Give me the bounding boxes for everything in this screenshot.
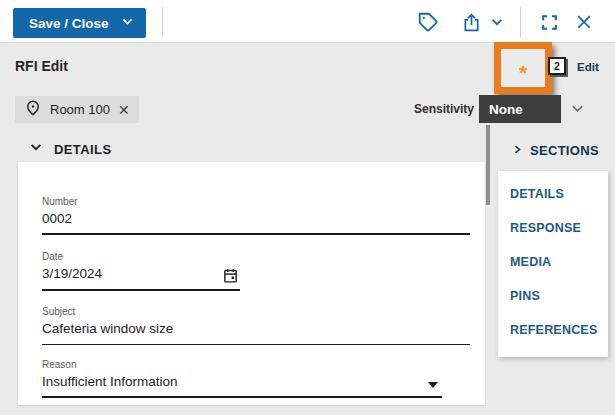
date-value[interactable]: 3/19/2024: [42, 266, 240, 281]
page-title: RFI Edit: [15, 58, 68, 74]
remove-chip-icon[interactable]: ✕: [118, 103, 130, 117]
location-chip-label: Room 100: [50, 102, 110, 117]
section-link-media[interactable]: MEDIA: [498, 245, 608, 279]
subject-label: Subject: [42, 306, 470, 317]
reason-underline: [42, 396, 442, 398]
sections-nav-card: DETAILS RESPONSE MEDIA PINS REFERENCES: [498, 171, 608, 357]
sections-panel-toggle[interactable]: SECTIONS: [512, 141, 599, 159]
location-pin-icon: [24, 99, 42, 121]
number-underline: [42, 233, 470, 235]
sensitivity-chevron-icon[interactable]: [570, 101, 585, 120]
date-field[interactable]: Date 3/19/2024: [42, 251, 240, 281]
section-link-pins[interactable]: PINS: [498, 279, 608, 313]
close-icon[interactable]: [571, 9, 597, 35]
tag-icon[interactable]: [415, 9, 441, 35]
number-field[interactable]: Number 0002: [42, 196, 470, 226]
date-label: Date: [42, 251, 240, 262]
section-link-references[interactable]: REFERENCES: [498, 313, 608, 347]
save-close-label: Save / Close: [29, 16, 109, 31]
details-section-title: DETAILS: [54, 142, 111, 157]
details-chevron-icon: [29, 140, 43, 158]
rfi-edit-window: Save / Close: [0, 0, 615, 415]
annotation-highlight-box: *: [494, 42, 552, 94]
unsaved-asterisk-icon: *: [519, 68, 527, 78]
reason-field[interactable]: Reason Insufficient Information: [42, 359, 442, 389]
section-link-details[interactable]: DETAILS: [498, 177, 608, 211]
section-link-response[interactable]: RESPONSE: [498, 211, 608, 245]
number-value[interactable]: 0002: [42, 211, 470, 226]
sensitivity-label: Sensitivity: [414, 102, 474, 116]
share-chevron-icon[interactable]: [484, 9, 510, 35]
shortcut-badge: 2: [548, 57, 566, 75]
sensitivity-value: None: [489, 102, 523, 117]
details-section-toggle[interactable]: DETAILS: [29, 140, 111, 158]
number-label: Number: [42, 196, 470, 207]
toolbar-divider: [162, 7, 163, 37]
save-close-chevron-icon: [121, 15, 134, 31]
top-toolbar: Save / Close: [0, 0, 615, 43]
edit-button[interactable]: Edit: [577, 61, 599, 73]
subject-underline: [42, 344, 470, 345]
reason-dropdown-icon[interactable]: [428, 382, 438, 388]
reason-value[interactable]: Insufficient Information: [42, 374, 442, 389]
subject-value[interactable]: Cafeteria window size: [42, 321, 470, 336]
calendar-icon[interactable]: [222, 267, 239, 287]
vertical-scrollbar[interactable]: [486, 125, 490, 205]
sections-panel-title: SECTIONS: [530, 143, 599, 158]
subject-field[interactable]: Subject Cafeteria window size: [42, 306, 470, 336]
toolbar-divider-2: [520, 7, 521, 37]
reason-label: Reason: [42, 359, 442, 370]
save-close-button[interactable]: Save / Close: [13, 8, 146, 38]
location-chip[interactable]: Room 100 ✕: [15, 96, 139, 123]
share-icon[interactable]: [458, 9, 484, 35]
sensitivity-dropdown[interactable]: None: [479, 95, 561, 123]
expand-icon[interactable]: [536, 9, 562, 35]
date-underline: [42, 289, 240, 291]
sections-chevron-icon: [512, 141, 523, 159]
